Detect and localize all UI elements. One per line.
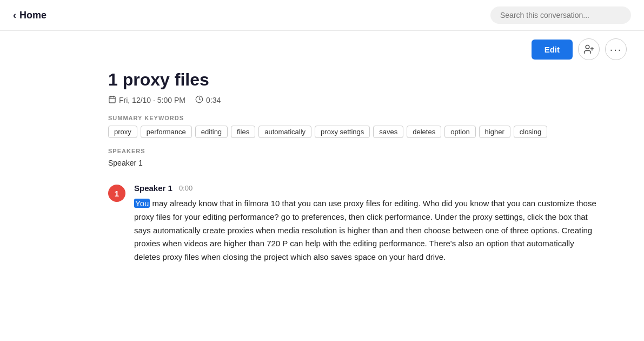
keywords-row: proxyperformanceeditingfilesautomaticall… — [108, 126, 601, 138]
transcript-speaker-name: Speaker 1 — [134, 183, 172, 193]
more-icon: ··· — [610, 43, 622, 56]
transcript-body: Speaker 1 0:00 You may already know that… — [134, 183, 601, 264]
more-options-button[interactable]: ··· — [605, 38, 627, 60]
content-area: 1 proxy files Fri, 12/10 · 5:00 PM 0:34 — [0, 64, 644, 286]
keyword-tag: deletes — [407, 126, 441, 138]
speaker-badge: 1 — [108, 185, 125, 202]
transcript-timestamp: 0:00 — [179, 184, 192, 192]
keyword-tag: option — [444, 126, 475, 138]
date-text: Fri, 12/10 · 5:00 PM — [119, 96, 185, 104]
search-input[interactable] — [490, 6, 631, 24]
keyword-tag: automatically — [258, 126, 311, 138]
date-meta: Fri, 12/10 · 5:00 PM — [108, 95, 185, 105]
speaker-name: Speaker 1 — [108, 159, 601, 167]
duration-meta: 0:34 — [195, 95, 221, 105]
meta-row: Fri, 12/10 · 5:00 PM 0:34 — [108, 95, 601, 105]
keyword-tag: files — [231, 126, 255, 138]
keyword-tag: closing — [514, 126, 547, 138]
home-label: Home — [19, 10, 47, 21]
highlighted-word: You — [134, 199, 150, 208]
duration-text: 0:34 — [206, 96, 221, 104]
speakers-label: SPEAKERS — [108, 148, 601, 154]
edit-button[interactable]: Edit — [532, 40, 573, 60]
keyword-tag: proxy settings — [315, 126, 370, 138]
keyword-tag: proxy — [108, 126, 137, 138]
speakers-section: SPEAKERS Speaker 1 — [108, 148, 601, 167]
calendar-icon — [108, 95, 116, 105]
keyword-tag: saves — [373, 126, 403, 138]
transcript-header: Speaker 1 0:00 — [134, 183, 601, 193]
keywords-label: SUMMARY KEYWORDS — [108, 115, 601, 121]
clock-icon — [195, 95, 203, 105]
transcript-block: 1 Speaker 1 0:00 You may already know th… — [108, 183, 601, 264]
transcript-text: You may already know that in filmora 10 … — [134, 197, 601, 264]
note-title: 1 proxy files — [108, 70, 601, 90]
keyword-tag: higher — [479, 126, 510, 138]
add-person-button[interactable] — [578, 38, 600, 60]
add-person-icon — [583, 44, 594, 55]
back-chevron-icon: ‹ — [13, 10, 16, 21]
svg-rect-3 — [109, 97, 115, 103]
top-bar: ‹ Home — [0, 0, 644, 31]
home-link[interactable]: ‹ Home — [13, 10, 47, 21]
svg-point-0 — [586, 45, 589, 49]
toolbar: Edit ··· — [0, 31, 644, 64]
keyword-tag: performance — [141, 126, 192, 138]
keyword-tag: editing — [195, 126, 228, 138]
